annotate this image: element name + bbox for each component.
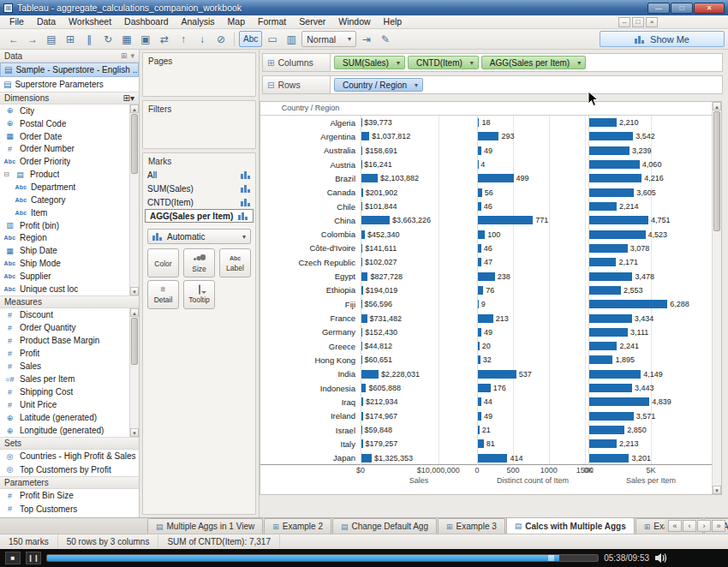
scroll-up-icon[interactable]: ▲ xyxy=(130,308,139,317)
scroll-down-icon[interactable]: ▼ xyxy=(130,287,139,295)
bar-mark[interactable] xyxy=(589,216,648,224)
chart-cell[interactable]: 414 xyxy=(477,451,588,465)
bar-mark[interactable] xyxy=(478,300,479,308)
chart-cell[interactable]: $1,037,812 xyxy=(361,129,477,143)
bar-mark[interactable] xyxy=(361,230,365,239)
bar-mark[interactable] xyxy=(361,370,379,379)
bar-mark[interactable] xyxy=(589,426,624,434)
minimize-button[interactable]: — xyxy=(647,3,670,14)
bar-mark[interactable] xyxy=(361,439,363,448)
bar-mark[interactable] xyxy=(361,146,362,155)
chart-cell[interactable]: 2,850 xyxy=(588,423,713,437)
bar-mark[interactable] xyxy=(589,244,628,253)
bar-mark[interactable] xyxy=(361,188,363,197)
chart-cell[interactable]: 56 xyxy=(477,186,588,200)
add-data-source-icon[interactable]: ⊞ xyxy=(62,31,79,47)
tab-nav-first-icon[interactable]: « xyxy=(668,520,682,532)
save-icon[interactable]: ▤ xyxy=(43,31,60,47)
field-shipping-cost[interactable]: #Shipping Cost xyxy=(0,385,139,398)
chart-cell[interactable]: $3,663,226 xyxy=(361,213,477,227)
scrollbar-thumb[interactable] xyxy=(131,318,138,365)
pill-agg-sales-per-item[interactable]: AGG(Sales per Item) xyxy=(481,56,586,69)
field-category[interactable]: AbcCategory xyxy=(0,194,139,206)
field-latitude-generated[interactable]: ⊕Latitude (generated) xyxy=(0,411,139,424)
sort-ascending-icon[interactable]: ↑ xyxy=(175,31,192,47)
swap-axes-icon[interactable]: ⇄ xyxy=(156,31,173,47)
menu-data[interactable]: Data xyxy=(31,15,62,28)
field-top-customers[interactable]: #Top Customers xyxy=(0,503,139,516)
chart-cell[interactable]: 2,214 xyxy=(588,200,713,213)
chart-cell[interactable]: $56,596 xyxy=(361,297,477,311)
chart-cell[interactable]: 3,111 xyxy=(588,325,713,339)
field-profit-bin-size[interactable]: #Profit Bin Size xyxy=(0,489,139,503)
bar-mark[interactable] xyxy=(589,118,617,127)
field-order-date[interactable]: ▦Order Date xyxy=(0,130,139,143)
bar-mark[interactable] xyxy=(478,174,514,182)
bar-mark[interactable] xyxy=(478,244,481,253)
bar-mark[interactable] xyxy=(589,174,641,182)
bar-mark[interactable] xyxy=(589,272,632,281)
video-progress-bar[interactable] xyxy=(46,554,599,562)
bar-mark[interactable] xyxy=(589,188,634,197)
marks-item-all[interactable]: All xyxy=(143,168,255,182)
bar-mark[interactable] xyxy=(478,412,481,421)
chart-scrollbar[interactable]: ▲ ▼ xyxy=(712,102,721,494)
chart-cell[interactable]: 3,434 xyxy=(588,311,713,325)
size-button[interactable]: Size xyxy=(183,248,215,278)
bar-mark[interactable] xyxy=(589,384,632,392)
bar-mark[interactable] xyxy=(361,397,363,406)
bar-mark[interactable] xyxy=(478,314,493,323)
bar-mark[interactable] xyxy=(589,454,629,463)
chart-cell[interactable]: $16,241 xyxy=(361,158,477,171)
video-progress-handle[interactable] xyxy=(548,555,554,561)
menu-map[interactable]: Map xyxy=(222,15,251,28)
chart-cell[interactable]: 44 xyxy=(477,395,588,409)
menu-format[interactable]: Format xyxy=(252,15,292,28)
chart-cell[interactable]: $827,728 xyxy=(361,269,477,283)
field-discount[interactable]: #Discount xyxy=(0,308,139,321)
chart-cell[interactable]: 293 xyxy=(477,129,588,143)
bar-mark[interactable] xyxy=(589,202,617,211)
bar-mark[interactable] xyxy=(589,328,628,337)
run-update-icon[interactable]: ↻ xyxy=(99,31,116,47)
bar-mark[interactable] xyxy=(478,397,481,406)
chart-cell[interactable]: $731,482 xyxy=(361,311,477,325)
chart-cell[interactable]: 4,216 xyxy=(588,171,713,185)
chart-cell[interactable]: 4,523 xyxy=(588,228,713,242)
chart-cell[interactable]: 6,288 xyxy=(588,297,713,311)
data-header-icon[interactable]: ⊞ xyxy=(121,51,128,60)
chart-cell[interactable]: 3,542 xyxy=(588,129,713,143)
chart-cell[interactable]: $212,934 xyxy=(361,395,477,409)
field-profit[interactable]: #Profit xyxy=(0,347,139,360)
chart-cell[interactable]: 9 xyxy=(477,297,588,311)
bar-mark[interactable] xyxy=(589,397,649,406)
workbook-close-button[interactable]: × xyxy=(646,17,658,27)
chart-cell[interactable]: 32 xyxy=(477,353,588,367)
bar-mark[interactable] xyxy=(589,355,612,364)
field-ship-date[interactable]: ▦Ship Date xyxy=(0,244,139,257)
dimensions-scrollbar[interactable]: ▲ ▼ xyxy=(129,104,139,295)
presentation-mode-icon[interactable]: ▭ xyxy=(264,31,281,47)
close-button[interactable]: ✕ xyxy=(694,3,725,14)
workbook-restore-button[interactable]: □ xyxy=(632,17,644,27)
bar-mark[interactable] xyxy=(589,314,632,323)
bar-mark[interactable] xyxy=(361,314,367,323)
bar-mark[interactable] xyxy=(361,355,362,364)
tab-nav-next-icon[interactable]: › xyxy=(697,520,711,532)
chart-cell[interactable]: $605,888 xyxy=(361,381,477,395)
bar-mark[interactable] xyxy=(361,328,362,337)
chart-cell[interactable]: 46 xyxy=(477,200,588,213)
chart-cell[interactable]: 20 xyxy=(477,339,588,353)
bar-mark[interactable] xyxy=(478,272,495,281)
dimensions-header-icon[interactable]: ▾ xyxy=(130,93,134,103)
scroll-up-icon[interactable]: ▲ xyxy=(713,102,721,110)
highlight-icon[interactable]: ✎ xyxy=(377,31,394,47)
show-mark-labels-button[interactable]: Abc xyxy=(239,31,262,47)
menu-analysis[interactable]: Analysis xyxy=(175,15,220,28)
field-item[interactable]: AbcItem xyxy=(0,206,139,219)
chart-cell[interactable]: 21 xyxy=(477,423,588,437)
dimensions-header-icon[interactable]: ⊞ xyxy=(123,93,130,103)
field-profit-bin[interactable]: ▥Profit (bin) xyxy=(0,219,139,232)
bar-mark[interactable] xyxy=(478,188,482,197)
label-button[interactable]: AbcLabel xyxy=(219,248,251,278)
